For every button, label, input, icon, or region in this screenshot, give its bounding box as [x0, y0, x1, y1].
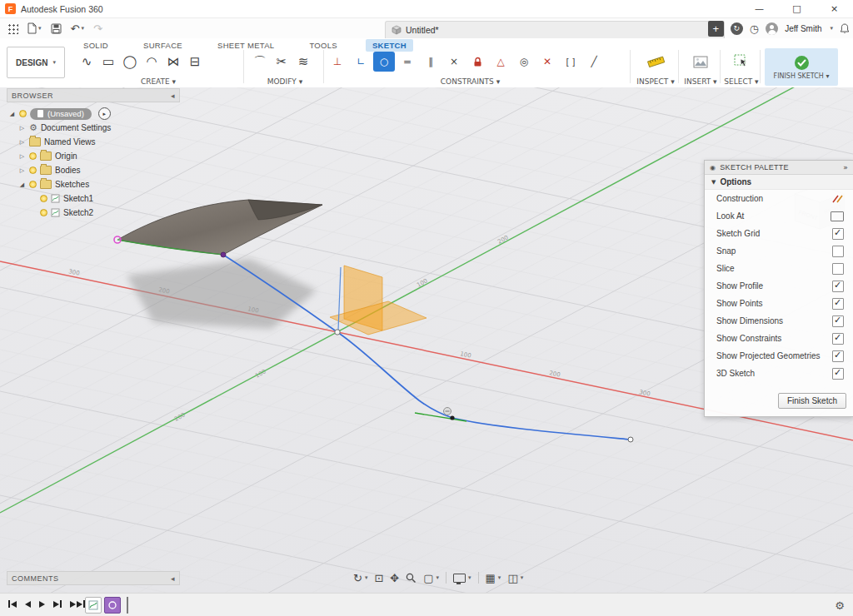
- browser-item-sketches[interactable]: ◢ Sketches: [7, 177, 180, 191]
- comments-header[interactable]: COMMENTS ◂: [7, 571, 180, 585]
- view-switch-icon[interactable]: ▸: [98, 107, 111, 120]
- arc-tool-icon[interactable]: ◠: [142, 52, 162, 72]
- browser-collapse-icon[interactable]: ◂: [171, 92, 175, 100]
- point-manipulator[interactable]: [444, 408, 451, 415]
- select-cursor-icon[interactable]: [731, 52, 751, 72]
- expand-icon[interactable]: ▷: [18, 167, 26, 174]
- visibility-bulb-icon[interactable]: [19, 110, 27, 117]
- visibility-bulb-icon[interactable]: [29, 181, 37, 188]
- pan-icon[interactable]: ✥: [390, 573, 399, 584]
- expand-icon[interactable]: ◢: [18, 181, 26, 188]
- new-document-tab-button[interactable]: +: [708, 21, 724, 37]
- visibility-bulb-icon[interactable]: [40, 195, 47, 202]
- perpendicular-constraint-icon[interactable]: ∟: [350, 52, 372, 72]
- select-dropdown[interactable]: SELECT ▾: [721, 77, 761, 86]
- insert-dropdown[interactable]: INSERT ▾: [681, 77, 720, 86]
- user-menu-caret-icon[interactable]: ▾: [830, 25, 833, 32]
- rectangle-tool-icon[interactable]: ▭: [98, 52, 118, 72]
- expand-icon[interactable]: ▷: [18, 125, 26, 132]
- constraints-dropdown[interactable]: CONSTRAINTS ▾: [327, 77, 614, 86]
- timeline-settings-gear-icon[interactable]: ⚙: [835, 599, 845, 612]
- browser-root-row[interactable]: ◢ (Unsaved) ▸: [7, 107, 180, 121]
- zoom-icon[interactable]: [406, 573, 417, 584]
- 3d-sketch-checkbox[interactable]: [832, 368, 844, 380]
- offset-tool-icon[interactable]: ≋: [293, 52, 313, 72]
- step-forward-button[interactable]: [53, 600, 62, 608]
- job-status-icon[interactable]: ↻: [731, 22, 743, 35]
- symmetry-constraint-icon[interactable]: ×: [443, 52, 465, 72]
- tab-solid[interactable]: SOLID: [77, 39, 115, 52]
- skip-to-start-button[interactable]: [8, 600, 17, 608]
- sketch-grid-checkbox[interactable]: [832, 228, 844, 240]
- slot-tool-icon[interactable]: ⊟: [185, 52, 205, 72]
- browser-item-sketch1[interactable]: Sketch1: [7, 191, 180, 206]
- modify-dropdown[interactable]: MODIFY ▾: [250, 77, 320, 86]
- user-name[interactable]: Jeff Smith: [785, 24, 821, 33]
- browser-header[interactable]: BROWSER ◂: [7, 88, 180, 102]
- app-grid-menu-icon[interactable]: [7, 22, 18, 34]
- create-dropdown[interactable]: CREATE ▾: [77, 77, 240, 86]
- expand-icon[interactable]: ◢: [8, 111, 16, 117]
- tab-sketch[interactable]: SKETCH: [366, 39, 413, 52]
- spline-point-purple[interactable]: [221, 252, 226, 257]
- parallel-constraint-icon[interactable]: ∥: [420, 52, 441, 72]
- maximize-button[interactable]: □: [778, 0, 816, 18]
- tab-sheet-metal[interactable]: SHEET METAL: [211, 39, 281, 52]
- smooth-constraint-icon[interactable]: ╱: [583, 52, 605, 72]
- look-at-icon[interactable]: [831, 211, 844, 221]
- save-icon[interactable]: [51, 23, 62, 34]
- display-settings-icon[interactable]: ▾: [453, 574, 471, 583]
- viewports-icon[interactable]: ◫▾: [507, 573, 523, 584]
- browser-item-named-views[interactable]: ▷ Named Views: [7, 135, 180, 149]
- undo-icon[interactable]: ↶▾: [71, 22, 84, 35]
- show-points-checkbox[interactable]: [832, 298, 844, 310]
- visibility-bulb-icon[interactable]: [29, 152, 37, 160]
- visibility-bulb-icon[interactable]: [29, 166, 37, 174]
- design-workspace-button[interactable]: DESIGN▾: [7, 47, 65, 78]
- sketch-palette-header[interactable]: ◉ SKETCH PALETTE »: [705, 161, 853, 175]
- spline-fit-point[interactable]: [450, 415, 454, 420]
- step-back-button[interactable]: [25, 601, 31, 608]
- show-projected-geometries-checkbox[interactable]: [832, 350, 844, 362]
- tab-surface[interactable]: SURFACE: [137, 39, 189, 52]
- finish-sketch-palette-button[interactable]: Finish Sketch: [778, 393, 846, 409]
- browser-item-origin[interactable]: ▷ Origin: [7, 149, 180, 163]
- slice-checkbox[interactable]: [832, 263, 844, 275]
- equal-constraint-icon[interactable]: =: [397, 52, 418, 72]
- timeline-position-marker[interactable]: [127, 597, 128, 614]
- inspect-dropdown[interactable]: INSPECT ▾: [635, 77, 676, 86]
- circle-tool-icon[interactable]: ◯: [120, 52, 140, 72]
- skip-to-end-button[interactable]: [70, 600, 85, 608]
- fix-lock-constraint-icon[interactable]: [466, 52, 488, 72]
- file-menu-icon[interactable]: ▾: [27, 22, 42, 34]
- visibility-bulb-icon[interactable]: [40, 209, 47, 216]
- concentric-constraint-icon[interactable]: ◎: [513, 52, 535, 72]
- midpoint-constraint-icon[interactable]: △: [490, 52, 511, 72]
- document-tab[interactable]: Untitled* ×: [385, 21, 725, 38]
- browser-item-sketch2[interactable]: Sketch2: [7, 206, 180, 220]
- minimize-button[interactable]: —: [741, 0, 778, 18]
- look-at-nav-icon[interactable]: ⊡: [374, 573, 383, 584]
- options-section-header[interactable]: ▼ Options: [705, 175, 853, 190]
- close-button[interactable]: ×: [816, 0, 853, 18]
- grid-settings-icon[interactable]: ▦▾: [486, 573, 501, 584]
- browser-item-document-settings[interactable]: ▷ ⚙ Document Settings: [7, 121, 180, 135]
- orbit-icon[interactable]: ↻▾: [353, 573, 367, 584]
- show-constraints-checkbox[interactable]: [832, 333, 844, 345]
- spline-endpoint-selected[interactable]: [114, 236, 121, 243]
- play-button[interactable]: [39, 601, 45, 608]
- horizontal-vertical-constraint-icon[interactable]: ⊥: [327, 52, 348, 72]
- mirror-tool-icon[interactable]: ⋈: [163, 52, 183, 72]
- show-profile-checkbox[interactable]: [832, 281, 844, 292]
- show-constraints-icon[interactable]: [ ]: [560, 52, 581, 72]
- root-document-pill[interactable]: (Unsaved): [30, 108, 92, 120]
- trim-tool-icon[interactable]: ✂: [272, 52, 292, 72]
- browser-item-bodies[interactable]: ▷ Bodies: [7, 163, 180, 177]
- curvature-constraint-icon[interactable]: ✕: [536, 52, 558, 72]
- spline-endpoint[interactable]: [628, 437, 633, 442]
- insert-image-icon[interactable]: [691, 52, 711, 72]
- timeline-item-sketch2-active[interactable]: [104, 597, 121, 614]
- spline-tool-icon[interactable]: ∿: [77, 52, 97, 72]
- finish-sketch-button[interactable]: FINISH SKETCH ▾: [765, 48, 838, 86]
- origin-point[interactable]: [335, 330, 340, 335]
